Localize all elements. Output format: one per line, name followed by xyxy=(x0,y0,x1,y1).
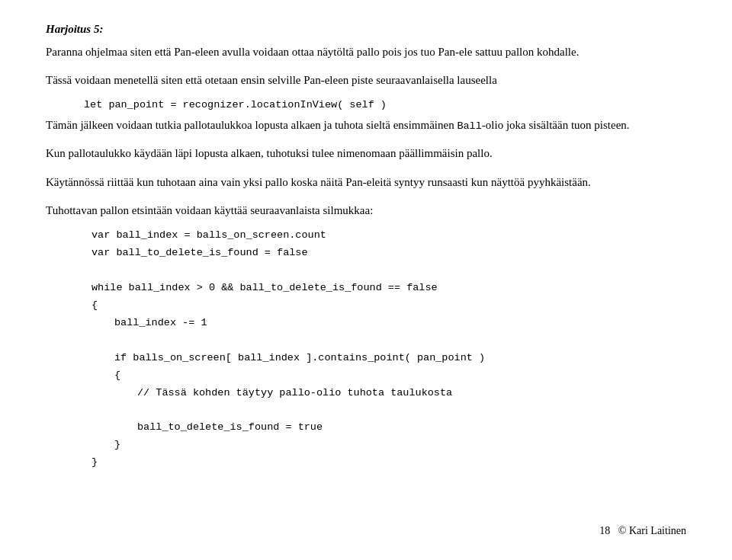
code-line-4-text: while ball_index > 0 && ball_to_delete_i… xyxy=(92,282,438,293)
paragraph-1: Paranna ohjelmaa siten että Pan-eleen av… xyxy=(46,43,686,61)
code-line-7 xyxy=(92,332,686,350)
code-line-4: while ball_index > 0 && ball_to_delete_i… xyxy=(92,280,686,297)
code-line-10: // Tässä kohden täytyy pallo-olio tuhota… xyxy=(137,385,686,402)
code-line-3 xyxy=(92,262,686,280)
paragraph-2: Tässä voidaan menetellä siten että oteta… xyxy=(46,72,686,89)
code-line-5: { xyxy=(92,297,686,315)
paragraph-6: Tuhottavan pallon etsintään voidaan käyt… xyxy=(46,202,686,219)
code-line-13: } xyxy=(114,437,686,454)
code-block-1: let pan_point = recognizer.locationInVie… xyxy=(84,98,686,110)
code-line-6: ball_index -= 1 xyxy=(114,315,686,332)
code-line-11 xyxy=(92,402,686,420)
p5-text: Käytännössä riittää kun tuhotaan aina va… xyxy=(46,176,591,188)
copyright-text: © Kari Laitinen xyxy=(618,525,686,536)
p1-text: Paranna ohjelmaa siten että Pan-eleen av… xyxy=(46,46,579,58)
code-line-6-text: ball_index -= 1 xyxy=(114,317,207,328)
code-line-10-text: // Tässä kohden täytyy pallo-olio tuhota… xyxy=(137,387,452,398)
code-line-8: if balls_on_screen[ ball_index ].contain… xyxy=(114,350,686,367)
code-line-9-text: { xyxy=(114,370,120,381)
paragraph-4: Kun pallotaulukko käydään läpi lopusta a… xyxy=(46,145,686,162)
p3-end-text: -olio joka sisältään tuon pisteen. xyxy=(482,119,630,131)
code-line-1: var ball_index = balls_on_screen.count xyxy=(92,227,686,245)
code-line-13-text: } xyxy=(114,439,120,450)
page-content: Harjoitus 5: Paranna ohjelmaa siten että… xyxy=(46,23,686,472)
title-text: Harjoitus 5: xyxy=(46,23,103,35)
paragraph-5: Käytännössä riittää kun tuhotaan aina va… xyxy=(46,174,686,191)
code-line-2-text: var ball_to_delete_is_found = false xyxy=(92,247,308,258)
p3-start-text: Tämän jälkeen voidaan tutkia pallotauluk… xyxy=(46,119,457,131)
p6-text: Tuhottavan pallon etsintään voidaan käyt… xyxy=(46,204,373,216)
p4-text: Kun pallotaulukko käydään läpi lopusta a… xyxy=(46,147,493,159)
code-line-2: var ball_to_delete_is_found = false xyxy=(92,245,686,262)
section-title: Harjoitus 5: xyxy=(46,23,686,36)
code-line-9: { xyxy=(114,367,686,385)
page-footer: 18 © Kari Laitinen xyxy=(599,525,686,537)
code-line-12-text: ball_to_delete_is_found = true xyxy=(137,421,323,433)
code-line-14-text: } xyxy=(92,456,98,468)
p3-code-text: Ball xyxy=(457,120,481,132)
main-code-block: var ball_index = balls_on_screen.count v… xyxy=(92,227,686,472)
code-line-8-text: if balls_on_screen[ ball_index ].contain… xyxy=(114,352,485,363)
code-line-5-text: { xyxy=(92,299,98,311)
page-number: 18 xyxy=(599,525,610,536)
paragraph-3: Tämän jälkeen voidaan tutkia pallotauluk… xyxy=(46,117,686,135)
code1-text: let pan_point = recognizer.locationInVie… xyxy=(84,99,387,110)
code-line-1-text: var ball_index = balls_on_screen.count xyxy=(92,229,326,241)
code-line-14: } xyxy=(92,454,686,472)
code-line-12: ball_to_delete_is_found = true xyxy=(137,419,686,437)
p2-text: Tässä voidaan menetellä siten että oteta… xyxy=(46,74,497,86)
